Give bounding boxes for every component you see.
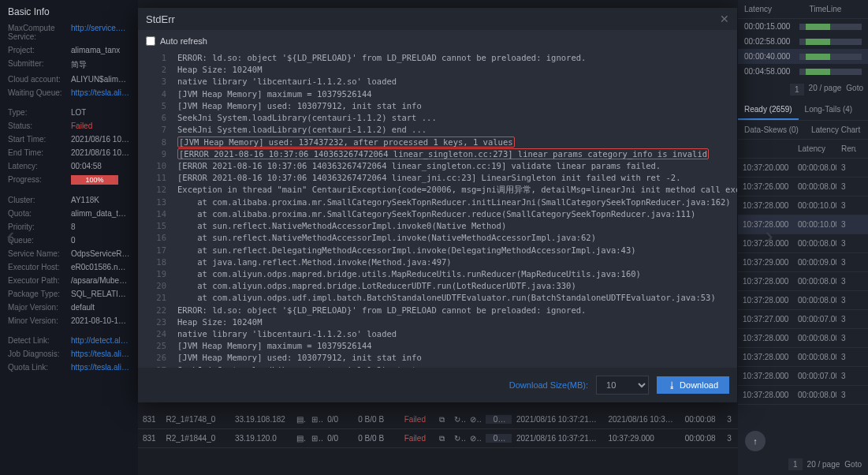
log-line: 16 at sun.reflect.NativeMethodAccessorIm…: [146, 232, 729, 244]
log-line: 7SeekJni System.loadLibrary(centauri-1.1…: [146, 124, 729, 136]
timeline-latency: 00:04:58.000: [744, 67, 799, 76]
task-row[interactable]: 831R2_1#1748_033.19.108.182▤⊞0/00 B/0 BF…: [138, 410, 738, 429]
log-line: 20 at com.aliyun.odps.mapred.bridge.LotR…: [146, 280, 729, 292]
tab-ready[interactable]: Ready (2659): [738, 100, 799, 120]
info-row: Detect Link:http://detect.alibaba: [8, 336, 130, 345]
tab-latencychart[interactable]: Latency Chart: [805, 121, 866, 139]
info-row: Cluster:AY118K: [8, 196, 130, 204]
timeline-bar: [799, 69, 862, 75]
info-row: Progress:100%: [8, 175, 130, 185]
table-row[interactable]: 10:37:27.00000:00:07.0003: [738, 310, 868, 329]
info-value: 0: [71, 236, 76, 245]
info-value[interactable]: http://detect.alibaba: [71, 336, 130, 345]
log-line: 14 at com.alibaba.proxima.mr.SmallCatego…: [146, 208, 729, 220]
timeline-row[interactable]: 00:02:58.000: [738, 34, 868, 49]
th-latency[interactable]: Latency: [793, 140, 836, 158]
pager-page[interactable]: 1: [790, 84, 804, 95]
chart-icon[interactable]: ⊞: [307, 434, 322, 443]
log-line: 13 at com.alibaba.proxima.mr.SmallCatego…: [146, 196, 729, 208]
info-value[interactable]: https://tesla.alibaba-...: [71, 350, 130, 358]
scroll-top-button[interactable]: ↑: [745, 431, 766, 451]
table-row[interactable]: 10:37:28.00000:00:10.0003: [738, 196, 868, 215]
retry-icon[interactable]: ↻: [449, 415, 465, 424]
copy-icon[interactable]: ⧉: [434, 434, 450, 443]
info-value[interactable]: https://tesla.alibaba-...: [71, 88, 130, 97]
download-size-label: Download Size(MB):: [509, 380, 588, 390]
col-latency[interactable]: Latency: [738, 0, 803, 18]
info-value: 8: [71, 223, 76, 231]
task-table: 831R2_1#1748_033.19.108.182▤⊞0/00 B/0 BF…: [138, 410, 738, 448]
pager-per[interactable]: 20 / page: [809, 84, 842, 95]
nav-next-icon[interactable]: ›: [765, 221, 773, 250]
stop-icon[interactable]: ⊘: [465, 434, 481, 443]
download-size-select[interactable]: 10: [596, 376, 649, 395]
info-value[interactable]: http://service.odps.al: [71, 24, 130, 41]
retry-icon[interactable]: ↻: [449, 434, 465, 443]
info-key: Minor Version:: [8, 316, 71, 325]
doc-icon[interactable]: ▤: [292, 415, 307, 424]
task-row[interactable]: 831R2_1#1844_033.19.120.0▤⊞0/00 B/0 BFai…: [138, 429, 738, 448]
table-row[interactable]: 10:37:28.00000:00:08.0003: [738, 234, 868, 253]
info-row: Queue:0: [8, 236, 130, 245]
table-row[interactable]: 10:37:28.00000:00:10.0003: [738, 215, 868, 234]
info-key: Package Type:: [8, 290, 71, 298]
log-line: 3native library 'libcentauri-1.1.2.so' l…: [146, 76, 729, 88]
table-row[interactable]: 10:37:28.00000:00:08.0003: [738, 272, 868, 291]
info-row: Type:LOT: [8, 108, 130, 117]
info-key: Cluster:: [8, 196, 71, 204]
info-row: End Time:2021/08/16 10:38:09: [8, 148, 130, 157]
tab-dataskews[interactable]: Data-Skews (0): [738, 121, 805, 139]
log-line: 26[JVM Heap Memory] used: 103077912, ini…: [146, 352, 729, 364]
bottom-pager-page[interactable]: 1: [788, 458, 803, 470]
info-row: Executor Host:eR0c01586.nu82: [8, 263, 130, 271]
table-row[interactable]: 10:37:28.00000:00:08.0003: [738, 386, 868, 405]
timeline-latency: 00:00:40.000: [744, 52, 799, 61]
close-icon[interactable]: ✕: [720, 13, 729, 25]
table-row[interactable]: 10:37:20.00000:00:08.0003: [738, 159, 868, 178]
log-line: 8[JVM Heap Memory] used: 137437232, afte…: [146, 137, 729, 148]
info-value: default: [71, 303, 95, 312]
table-row[interactable]: 10:37:28.00000:00:08.0003: [738, 348, 868, 367]
table-row[interactable]: 10:37:28.00000:00:08.0003: [738, 329, 868, 348]
log-line: 22ERROR: ld.so: object '${LD_PRELOAD}' f…: [146, 305, 729, 316]
th-rerun[interactable]: Rerun: [836, 140, 856, 158]
table-row[interactable]: 10:37:29.00000:00:09.0003: [738, 253, 868, 272]
timeline-row[interactable]: 00:04:58.000: [738, 64, 868, 79]
bottom-pager-per[interactable]: 20 / page: [807, 460, 840, 469]
stop-icon[interactable]: ⊘: [465, 415, 481, 424]
download-icon: ⭳: [668, 380, 676, 390]
doc-icon[interactable]: ▤: [292, 434, 307, 443]
log-line: 9[ERROR 2021-08-16 10:37:06 140363267472…: [146, 148, 729, 160]
info-row: Quota:alimm_data_tanx: [8, 209, 130, 218]
info-key: Cloud account:: [8, 75, 71, 84]
timeline-bar: [799, 39, 862, 45]
pager-goto[interactable]: Goto: [846, 84, 863, 95]
log-line: 19 at com.aliyun.odps.mapred.bridge.util…: [146, 268, 729, 280]
download-button[interactable]: ⭳ Download: [657, 376, 729, 394]
info-row: Major Version:default: [8, 303, 130, 312]
copy-icon[interactable]: ⧉: [434, 415, 450, 425]
table-row[interactable]: 10:37:28.00000:00:07.0003: [738, 367, 868, 386]
right-table-head: Latency Rerun: [738, 140, 868, 159]
nav-prev-icon[interactable]: ‹: [6, 221, 15, 250]
auto-refresh-checkbox[interactable]: [146, 36, 155, 46]
info-value: alimama_tanx: [71, 46, 120, 54]
timeline-row[interactable]: 00:00:40.000: [738, 49, 868, 64]
log-area[interactable]: 1ERROR: ld.so: object '${LD_PRELOAD}' fr…: [138, 52, 737, 368]
col-timeline[interactable]: TimeLine: [803, 0, 869, 18]
timeline-row[interactable]: 00:00:15.000: [738, 19, 868, 34]
tab-longtails[interactable]: Long-Tails (4): [799, 100, 859, 120]
chart-icon[interactable]: ⊞: [307, 415, 322, 424]
log-line: 6SeekJni System.loadLibrary(centauri-1.1…: [146, 112, 729, 124]
info-key: Quota Link:: [8, 363, 71, 372]
bottom-pager-goto[interactable]: Goto: [844, 460, 862, 469]
log-line: 5[JVM Heap Memory] used: 103077912, init…: [146, 100, 729, 112]
table-row[interactable]: 10:37:26.00000:00:08.0003: [738, 178, 868, 196]
info-value[interactable]: https://tesla.alibaba-...: [71, 363, 130, 372]
table-row[interactable]: 10:37:28.00000:00:08.0003: [738, 291, 868, 310]
info-value: Failed: [71, 122, 92, 130]
info-row: Latency:00:04:58: [8, 162, 130, 170]
info-row: Job Diagnosis:https://tesla.alibaba-...: [8, 350, 130, 358]
info-row: Waiting Queue:https://tesla.alibaba-...: [8, 88, 130, 97]
info-key: Quota:: [8, 209, 71, 218]
